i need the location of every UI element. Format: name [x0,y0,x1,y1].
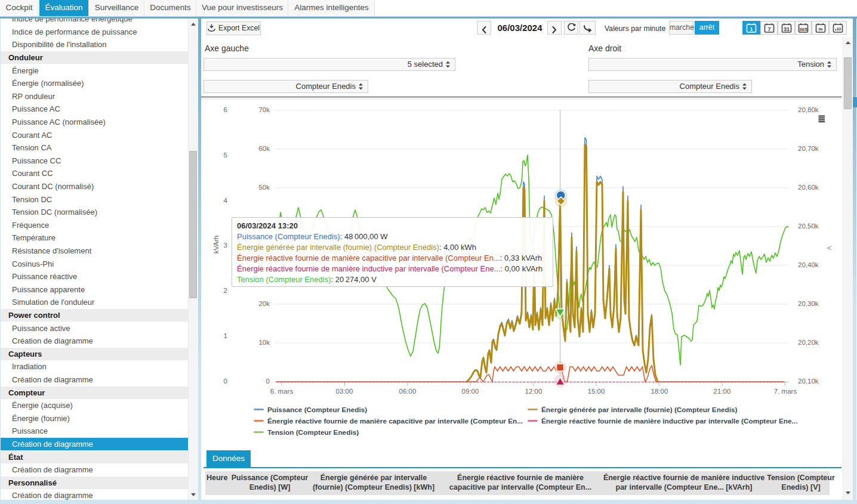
svg-text:<: < [827,243,832,252]
